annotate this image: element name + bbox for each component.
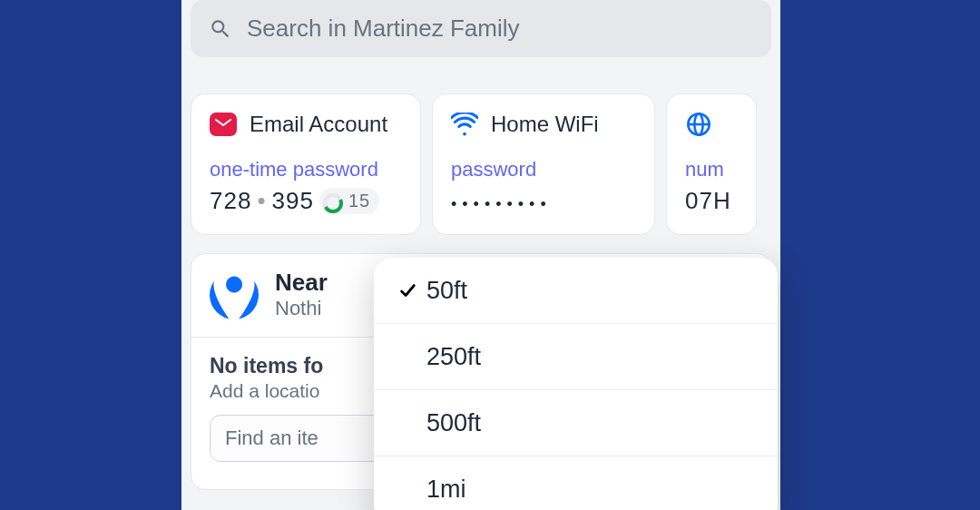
- find-item-placeholder: Find an ite: [225, 427, 318, 449]
- otp-part-2: 395: [272, 187, 314, 215]
- cards-row: Email Account one-time password 728 • 39…: [191, 93, 771, 235]
- card-header: [685, 111, 738, 138]
- otp-timer-badge: 15: [319, 188, 379, 214]
- dropdown-item-label: 250ft: [426, 343, 778, 371]
- otp-value: 728 • 395 15: [210, 187, 402, 215]
- dropdown-item-50ft[interactable]: 50ft: [374, 258, 778, 324]
- card-header: Home WiFi: [451, 111, 636, 138]
- search-input[interactable]: Search in Martinez Family: [191, 0, 771, 57]
- dropdown-item-250ft[interactable]: 250ft: [374, 324, 778, 390]
- timer-ring-icon: [323, 191, 343, 211]
- distance-dropdown: 50ft 250ft 500ft 1mi: [374, 258, 778, 510]
- card-title: Email Account: [250, 112, 387, 137]
- email-icon: [210, 111, 237, 138]
- dropdown-item-label: 50ft: [426, 277, 778, 305]
- card-field-label: one-time password: [210, 158, 402, 181]
- password-value-masked: •••••••••: [451, 187, 636, 216]
- otp-part-1: 728: [210, 187, 251, 215]
- card-email-account[interactable]: Email Account one-time password 728 • 39…: [191, 93, 421, 235]
- timer-count: 15: [348, 191, 370, 211]
- dropdown-item-label: 500ft: [426, 409, 778, 437]
- nearby-title-area: Near Nothi: [275, 269, 328, 320]
- checkmark-icon: [397, 280, 426, 300]
- globe-icon: [685, 111, 712, 138]
- nearby-subtitle: Nothi: [275, 297, 328, 320]
- dropdown-item-500ft[interactable]: 500ft: [374, 390, 778, 456]
- dropdown-item-1mi[interactable]: 1mi: [374, 456, 778, 510]
- search-icon: [209, 17, 232, 41]
- card-title: Home WiFi: [491, 112, 599, 137]
- card-field-label: num: [685, 158, 738, 181]
- card-value: 07H: [685, 187, 738, 215]
- card-home-wifi[interactable]: Home WiFi password •••••••••: [432, 93, 655, 235]
- card-field-label: password: [451, 158, 636, 181]
- wifi-icon: [451, 111, 478, 138]
- otp-separator: •: [257, 187, 266, 215]
- card-partial[interactable]: num 07H: [666, 93, 757, 235]
- dropdown-item-label: 1mi: [426, 476, 778, 504]
- nearby-title: Near: [275, 269, 328, 297]
- card-header: Email Account: [210, 111, 402, 138]
- search-placeholder: Search in Martinez Family: [247, 15, 520, 43]
- location-icon: [210, 270, 259, 319]
